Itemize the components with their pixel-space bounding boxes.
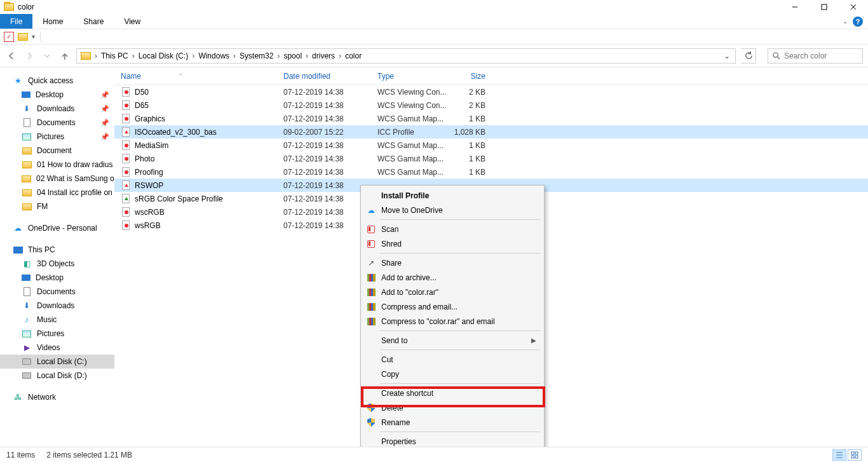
breadcrumb-sep[interactable]: › xyxy=(232,51,237,60)
video-icon: ▶ xyxy=(22,343,32,353)
file-row[interactable]: ISOcoated_v2_300_bas09-02-2007 15:22ICC … xyxy=(114,125,868,139)
sidebar-quick-access[interactable]: ★Quick access xyxy=(0,74,114,88)
file-row[interactable]: Proofing07-12-2019 14:38WCS Gamut Map...… xyxy=(114,165,868,179)
menu-compress-email[interactable]: Compress and email... xyxy=(361,299,544,314)
menu-delete[interactable]: Delete xyxy=(361,400,544,415)
pictures-icon xyxy=(22,132,32,142)
sidebar-item-local-disk-d[interactable]: Local Disk (D:) xyxy=(0,369,114,383)
minimize-button[interactable] xyxy=(780,0,810,14)
file-row[interactable]: MediaSim07-12-2019 14:38WCS Gamut Map...… xyxy=(114,139,868,152)
sidebar-network[interactable]: 🖧Network xyxy=(0,390,114,404)
file-icon xyxy=(121,140,131,151)
menu-install-profile[interactable]: Install Profile xyxy=(361,188,544,203)
breadcrumb-sep[interactable]: › xyxy=(304,51,309,60)
menu-cut[interactable]: Cut xyxy=(361,352,544,367)
sidebar-item-local-disk-c[interactable]: Local Disk (C:) xyxy=(0,355,114,369)
file-row[interactable]: Graphics07-12-2019 14:38WCS Gamut Map...… xyxy=(114,112,868,125)
column-size[interactable]: Size xyxy=(447,72,492,81)
mcafee-icon xyxy=(366,224,376,234)
sidebar-label: OneDrive - Personal xyxy=(28,224,97,233)
breadcrumb-sep[interactable]: › xyxy=(93,51,98,60)
forward-button[interactable] xyxy=(23,50,36,62)
file-row[interactable]: D6507-12-2019 14:38WCS Viewing Con...2 K… xyxy=(114,99,868,112)
sidebar-item-folder[interactable]: 02 What is SamSung of xyxy=(0,172,114,186)
qat-dropdown-icon[interactable]: ▾ xyxy=(32,33,35,40)
sidebar-item-music[interactable]: ♪Music xyxy=(0,313,114,327)
address-bar[interactable]: › This PC › Local Disk (C:) › Windows › … xyxy=(76,48,736,64)
menu-share[interactable]: ↗Share xyxy=(361,255,544,270)
menu-add-to-rar[interactable]: Add to "color.rar" xyxy=(361,285,544,299)
disk-icon xyxy=(22,357,32,367)
navigation-pane: ★Quick access Desktop📌 ⬇Downloads📌 Docum… xyxy=(0,67,114,445)
recent-locations-button[interactable] xyxy=(41,50,53,62)
menu-add-to-archive[interactable]: Add to archive... xyxy=(361,270,544,285)
back-button[interactable] xyxy=(5,50,18,62)
breadcrumb-item[interactable]: Local Disk (C:) xyxy=(136,51,191,60)
sidebar-onedrive[interactable]: ☁OneDrive - Personal xyxy=(0,221,114,235)
column-date[interactable]: Date modified xyxy=(277,72,371,81)
qat-properties-icon[interactable] xyxy=(4,32,14,42)
help-button[interactable]: ? xyxy=(853,17,863,27)
sidebar-item-folder[interactable]: 01 How to draw radius xyxy=(0,158,114,172)
up-button[interactable] xyxy=(58,50,71,62)
tab-file[interactable]: File xyxy=(0,14,32,29)
qat-newfolder-icon[interactable] xyxy=(18,33,28,41)
breadcrumb-sep[interactable]: › xyxy=(337,51,342,60)
file-type: WCS Gamut Map... xyxy=(371,114,447,123)
search-input[interactable]: Search color xyxy=(768,48,863,64)
sidebar-this-pc[interactable]: This PC xyxy=(0,243,114,257)
breadcrumb-item[interactable]: drivers xyxy=(309,51,337,60)
file-size: 1 KB xyxy=(447,141,492,150)
sidebar-item-pictures[interactable]: Pictures📌 xyxy=(0,130,114,144)
sidebar-item-folder[interactable]: 04 Install icc profile on xyxy=(0,186,114,200)
sidebar-item-documents[interactable]: Documents xyxy=(0,285,114,299)
sidebar-item-desktop[interactable]: Desktop📌 xyxy=(0,88,114,102)
file-name: RSWOP xyxy=(135,181,163,190)
sidebar-label: This PC xyxy=(28,245,55,254)
sidebar-item-folder[interactable]: FM xyxy=(0,200,114,214)
column-type[interactable]: Type xyxy=(371,72,447,81)
tab-home[interactable]: Home xyxy=(32,14,73,29)
breadcrumb-sep[interactable]: › xyxy=(276,51,281,60)
menu-separator xyxy=(380,219,540,220)
file-row[interactable]: Photo07-12-2019 14:38WCS Gamut Map...1 K… xyxy=(114,152,868,165)
sidebar-item-desktop[interactable]: Desktop xyxy=(0,271,114,285)
document-icon xyxy=(22,287,32,297)
sidebar-item-downloads[interactable]: ⬇Downloads📌 xyxy=(0,102,114,116)
menu-create-shortcut[interactable]: Create shortcut xyxy=(361,386,544,400)
refresh-button[interactable] xyxy=(741,48,756,64)
menu-copy[interactable]: Copy xyxy=(361,367,544,381)
menu-scan[interactable]: Scan xyxy=(361,222,544,236)
maximize-button[interactable] xyxy=(810,0,839,14)
breadcrumb-item[interactable]: color xyxy=(342,51,364,60)
menu-compress-rar-email[interactable]: Compress to "color.rar" and email xyxy=(361,314,544,329)
close-button[interactable] xyxy=(839,0,868,14)
sidebar-item-documents[interactable]: Documents📌 xyxy=(0,116,114,130)
sidebar-label: Quick access xyxy=(28,76,73,85)
sidebar-item-pictures[interactable]: Pictures xyxy=(0,327,114,341)
sidebar-label: Network xyxy=(28,393,56,402)
breadcrumb-sep[interactable]: › xyxy=(131,51,136,60)
ribbon-expand-icon[interactable]: ⌄ xyxy=(843,18,848,25)
tab-share[interactable]: Share xyxy=(73,14,114,29)
file-name: Graphics xyxy=(135,114,165,123)
file-row[interactable]: D5007-12-2019 14:38WCS Viewing Con...2 K… xyxy=(114,85,868,99)
sidebar-item-downloads[interactable]: ⬇Downloads xyxy=(0,299,114,313)
breadcrumb-item[interactable]: This PC xyxy=(98,51,131,60)
breadcrumb-item[interactable]: Windows xyxy=(196,51,232,60)
icons-view-button[interactable] xyxy=(848,449,862,461)
breadcrumb-item[interactable]: spool xyxy=(281,51,304,60)
address-dropdown-icon[interactable]: ⌄ xyxy=(719,51,735,60)
menu-rename[interactable]: Rename xyxy=(361,415,544,430)
menu-move-to-onedrive[interactable]: ☁Move to OneDrive xyxy=(361,203,544,217)
tab-view[interactable]: View xyxy=(114,14,151,29)
details-view-button[interactable] xyxy=(832,449,846,461)
menu-shred[interactable]: Shred xyxy=(361,236,544,251)
column-name[interactable]: Name˄ xyxy=(114,72,277,81)
sidebar-item-3dobjects[interactable]: ◧3D Objects xyxy=(0,257,114,271)
breadcrumb-item[interactable]: System32 xyxy=(237,51,276,60)
sidebar-item-folder[interactable]: Document xyxy=(0,144,114,158)
breadcrumb-sep[interactable]: › xyxy=(191,51,196,60)
sidebar-item-videos[interactable]: ▶Videos xyxy=(0,341,114,355)
menu-send-to[interactable]: Send to▶ xyxy=(361,333,544,348)
